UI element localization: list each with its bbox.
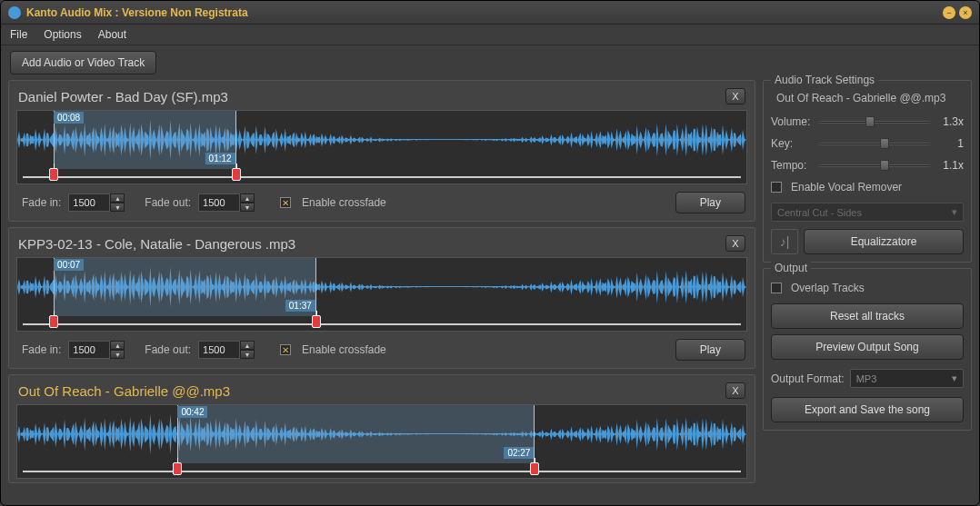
tempo-slider[interactable] (818, 159, 931, 172)
crossfade-checkbox[interactable]: ✕ (280, 197, 291, 208)
overlap-checkbox[interactable] (771, 283, 782, 293)
output-panel: Output Overlap Tracks Reset all tracks P… (763, 268, 972, 431)
spin-down-icon[interactable]: ▼ (240, 350, 255, 359)
spin-down-icon[interactable]: ▼ (240, 203, 255, 212)
fade-in-label: Fade in: (22, 343, 61, 356)
output-panel-title: Output (771, 262, 811, 274)
menu-options[interactable]: Options (44, 28, 81, 41)
fade-in-input[interactable]: ▲▼ (68, 193, 125, 212)
add-track-button[interactable]: Add Audio or Video Track (10, 51, 156, 74)
vocal-remover-label: Enable Vocal Remover (791, 181, 902, 193)
selection-end-handle[interactable] (312, 315, 321, 328)
close-window-button[interactable]: × (959, 6, 972, 19)
key-value: 1 (936, 137, 964, 150)
play-button[interactable]: Play (675, 192, 745, 213)
minimize-button[interactable]: − (943, 6, 955, 19)
audio-settings-panel: Audio Track Settings Out Of Reach - Gabr… (763, 80, 972, 263)
spin-up-icon[interactable]: ▲ (240, 341, 255, 350)
fade-out-label: Fade out: (145, 343, 191, 356)
selection-start-label: 00:07 (54, 259, 84, 271)
menubar: File Options About (1, 25, 979, 45)
selection-start-handle[interactable] (49, 315, 58, 328)
track-title: Out Of Reach - Gabrielle @@.mp3 (18, 383, 230, 399)
waveform[interactable]: 00:4202:27 (16, 404, 747, 479)
track-close-button[interactable]: X (725, 382, 745, 399)
track-close-button[interactable]: X (725, 88, 745, 104)
window-title: Kanto Audio Mix : Versione Non Registrat… (26, 6, 248, 19)
key-slider[interactable] (818, 137, 931, 150)
tempo-value: 1.1x (936, 159, 964, 172)
fade-out-label: Fade out: (145, 196, 191, 209)
spin-down-icon[interactable]: ▼ (110, 350, 125, 359)
selection-start-handle[interactable] (173, 462, 182, 475)
overlap-label: Overlap Tracks (791, 282, 865, 294)
fade-out-input[interactable]: ▲▼ (198, 193, 255, 212)
vocal-remover-checkbox[interactable] (771, 182, 782, 193)
track-close-button[interactable]: X (725, 235, 745, 252)
fade-out-input[interactable]: ▲▼ (198, 341, 255, 359)
fade-in-label: Fade in: (22, 196, 61, 209)
key-label: Key: (771, 137, 813, 150)
audio-settings-title: Audio Track Settings (771, 74, 878, 86)
selection-end-handle[interactable] (232, 168, 241, 181)
track-list[interactable]: Daniel Powter - Bad Day (SF).mp3X00:0801… (8, 80, 755, 495)
chevron-down-icon: ▾ (952, 206, 957, 218)
crossfade-label: Enable crossfade (302, 196, 386, 209)
equalizer-icon: ♪| (771, 229, 798, 254)
menu-file[interactable]: File (10, 28, 27, 41)
selection-start-label: 00:42 (177, 406, 207, 418)
export-button[interactable]: Export and Save the song (771, 397, 964, 422)
titlebar: Kanto Audio Mix : Versione Non Registrat… (1, 1, 979, 25)
sidebar: Audio Track Settings Out Of Reach - Gabr… (763, 80, 972, 495)
volume-slider[interactable] (818, 115, 931, 128)
spin-up-icon[interactable]: ▲ (110, 341, 125, 350)
crossfade-label: Enable crossfade (302, 343, 386, 356)
track-item[interactable]: Out Of Reach - Gabrielle @@.mp3X00:4202:… (8, 374, 755, 483)
spin-down-icon[interactable]: ▼ (110, 203, 125, 212)
fade-in-input[interactable]: ▲▼ (68, 341, 125, 359)
equalizer-button[interactable]: Equalizzatore (804, 229, 964, 254)
waveform[interactable]: 00:0801:12 (16, 110, 747, 184)
tempo-label: Tempo: (771, 159, 813, 172)
crossfade-checkbox[interactable]: ✕ (280, 344, 291, 355)
reset-button[interactable]: Reset all tracks (771, 303, 964, 329)
track-title: Daniel Powter - Bad Day (SF).mp3 (18, 89, 228, 104)
app-logo (8, 6, 21, 19)
waveform[interactable]: 00:0701:37 (16, 257, 747, 332)
format-label: Output Format: (771, 372, 845, 385)
selection-end-label: 02:27 (504, 447, 534, 459)
track-item[interactable]: Daniel Powter - Bad Day (SF).mp3X00:0801… (8, 80, 755, 222)
selection-start-handle[interactable] (49, 168, 58, 181)
selection-end-handle[interactable] (530, 462, 539, 475)
selection-start-label: 00:08 (54, 112, 84, 124)
format-dropdown[interactable]: MP3▾ (850, 369, 964, 388)
settings-track-file: Out Of Reach - Gabrielle @@.mp3 (771, 88, 964, 106)
spin-up-icon[interactable]: ▲ (110, 193, 125, 203)
selection-end-label: 01:37 (285, 300, 315, 312)
selection-end-label: 01:12 (205, 153, 235, 164)
vocal-mode-dropdown[interactable]: Central Cut - Sides▾ (771, 203, 964, 222)
spin-up-icon[interactable]: ▲ (240, 193, 255, 203)
preview-button[interactable]: Preview Output Song (771, 334, 964, 360)
volume-label: Volume: (771, 115, 813, 128)
play-button[interactable]: Play (675, 339, 745, 361)
track-title: KPP3-02-13 - Cole, Natalie - Dangerous .… (18, 236, 295, 252)
chevron-down-icon: ▾ (952, 372, 957, 384)
track-item[interactable]: KPP3-02-13 - Cole, Natalie - Dangerous .… (8, 227, 755, 369)
menu-about[interactable]: About (98, 28, 126, 41)
volume-value: 1.3x (936, 115, 964, 128)
